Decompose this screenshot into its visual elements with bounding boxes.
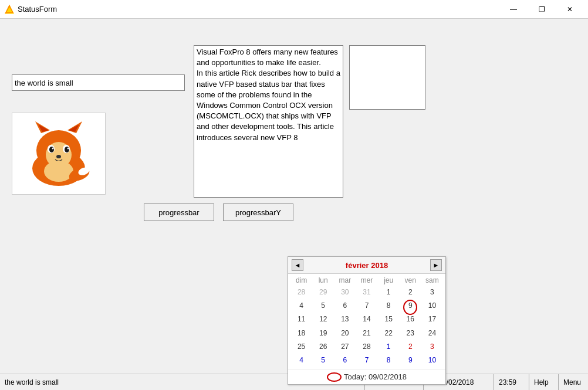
day-header-dim: dim: [290, 276, 312, 284]
fox-image: [12, 113, 106, 195]
status-text-help: Help: [534, 378, 549, 386]
calendar-day-headers: dim lun mar mer jeu ven sam: [290, 276, 443, 284]
today-label: Today: 09/02/2018: [344, 372, 407, 381]
day-header-ven: ven: [400, 276, 421, 284]
minimize-button[interactable]: —: [500, 1, 527, 18]
cal-cell[interactable]: 6: [334, 354, 356, 367]
cal-cell[interactable]: 2: [400, 340, 421, 354]
cal-cell[interactable]: 21: [356, 327, 377, 340]
image-box: [349, 45, 425, 110]
cal-cell[interactable]: 26: [312, 340, 334, 354]
cal-cell[interactable]: 4: [290, 299, 312, 313]
cal-cell[interactable]: 5: [312, 299, 334, 313]
app-icon: [5, 5, 14, 14]
calendar-row-4: 18 19 20 21 22 23 24: [290, 327, 443, 340]
cal-cell[interactable]: 31: [356, 286, 377, 299]
day-header-sam: sam: [421, 276, 443, 284]
content-area: Visual FoxPro 8 offers many new features…: [0, 19, 588, 374]
window-controls: — ❐ ✕: [500, 1, 583, 18]
cal-cell[interactable]: 11: [290, 313, 312, 326]
calendar-next-button[interactable]: ►: [430, 259, 442, 271]
cal-cell[interactable]: 3: [421, 286, 443, 299]
cal-cell[interactable]: 8: [378, 299, 400, 313]
calendar: ◄ février 2018 ► dim lun mar mer jeu ven…: [288, 256, 446, 385]
text-area[interactable]: Visual FoxPro 8 offers many new features…: [194, 45, 343, 198]
cal-cell-circled-9[interactable]: 9: [400, 299, 421, 313]
cal-cell[interactable]: 27: [334, 340, 356, 354]
svg-point-16: [44, 161, 73, 182]
progressbar-button[interactable]: progressbar: [144, 204, 214, 221]
calendar-grid: dim lun mar mer jeu ven sam 28 29 30 31 …: [288, 274, 445, 369]
main-window: StatusForm — ❐ ✕: [0, 0, 588, 390]
text-input[interactable]: [12, 74, 185, 91]
calendar-today: Today: 09/02/2018: [288, 369, 445, 384]
cal-cell[interactable]: 22: [378, 327, 400, 340]
status-segment-menu[interactable]: Menu: [559, 374, 588, 390]
calendar-row-5: 25 26 27 28 1 2 3: [290, 340, 443, 354]
progressbarY-button[interactable]: progressbarY: [223, 204, 293, 221]
cal-cell[interactable]: 12: [312, 313, 334, 326]
cal-cell[interactable]: 6: [334, 299, 356, 313]
cal-cell[interactable]: 4: [290, 354, 312, 367]
cal-cell[interactable]: 30: [334, 286, 356, 299]
status-text-1: the world is small: [5, 378, 59, 386]
svg-point-12: [65, 147, 69, 152]
day-header-mer: mer: [356, 276, 377, 284]
calendar-prev-button[interactable]: ◄: [292, 259, 303, 271]
today-oval: [327, 372, 342, 382]
calendar-title: février 2018: [346, 261, 388, 270]
cal-cell[interactable]: 18: [290, 327, 312, 340]
svg-point-11: [49, 147, 54, 152]
status-segment-4: 23:59: [494, 374, 529, 390]
day-header-jeu: jeu: [378, 276, 400, 284]
svg-point-15: [56, 155, 61, 158]
day-header-lun: lun: [312, 276, 334, 284]
calendar-header: ◄ février 2018 ►: [288, 257, 445, 274]
cal-cell[interactable]: 5: [312, 354, 334, 367]
svg-point-13: [52, 148, 54, 150]
cal-cell[interactable]: 10: [421, 354, 443, 367]
cal-cell[interactable]: 2: [400, 286, 421, 299]
cal-cell[interactable]: 8: [378, 354, 400, 367]
cal-cell[interactable]: 24: [421, 327, 443, 340]
calendar-row-2: 4 5 6 7 8 9 10: [290, 299, 443, 313]
cal-cell[interactable]: 13: [334, 313, 356, 326]
calendar-row-6: 4 5 6 7 8 9 10: [290, 354, 443, 367]
close-button[interactable]: ✕: [556, 1, 583, 18]
cal-cell[interactable]: 28: [356, 340, 377, 354]
status-segment-help[interactable]: Help: [529, 374, 559, 390]
title-bar: StatusForm — ❐ ✕: [0, 0, 588, 19]
calendar-row-1: 28 29 30 31 1 2 3: [290, 286, 443, 299]
status-text-menu: Menu: [563, 378, 581, 386]
text-area-content: Visual FoxPro 8 offers many new features…: [197, 48, 343, 142]
status-text-4: 23:59: [499, 378, 516, 386]
cal-cell[interactable]: 1: [378, 286, 400, 299]
cal-cell[interactable]: 19: [312, 327, 334, 340]
cal-cell[interactable]: 28: [290, 286, 312, 299]
cal-cell[interactable]: 9: [400, 354, 421, 367]
cal-cell[interactable]: 23: [400, 327, 421, 340]
cal-cell[interactable]: 3: [421, 340, 443, 354]
restore-button[interactable]: ❐: [528, 1, 555, 18]
calendar-row-3: 11 12 13 14 15 16 17: [290, 313, 443, 326]
cal-cell[interactable]: 20: [334, 327, 356, 340]
cal-cell[interactable]: 15: [378, 313, 400, 326]
window-title: StatusForm: [18, 5, 500, 13]
cal-cell[interactable]: 29: [312, 286, 334, 299]
day-header-mar: mar: [334, 276, 356, 284]
cal-cell[interactable]: 17: [421, 313, 443, 326]
cal-cell[interactable]: 7: [356, 299, 377, 313]
svg-point-14: [67, 148, 69, 150]
cal-cell[interactable]: 7: [356, 354, 377, 367]
cal-cell[interactable]: 25: [290, 340, 312, 354]
cal-cell[interactable]: 14: [356, 313, 377, 326]
fox-svg: [21, 118, 97, 189]
cal-cell[interactable]: 1: [378, 340, 400, 354]
cal-cell[interactable]: 10: [421, 299, 443, 313]
